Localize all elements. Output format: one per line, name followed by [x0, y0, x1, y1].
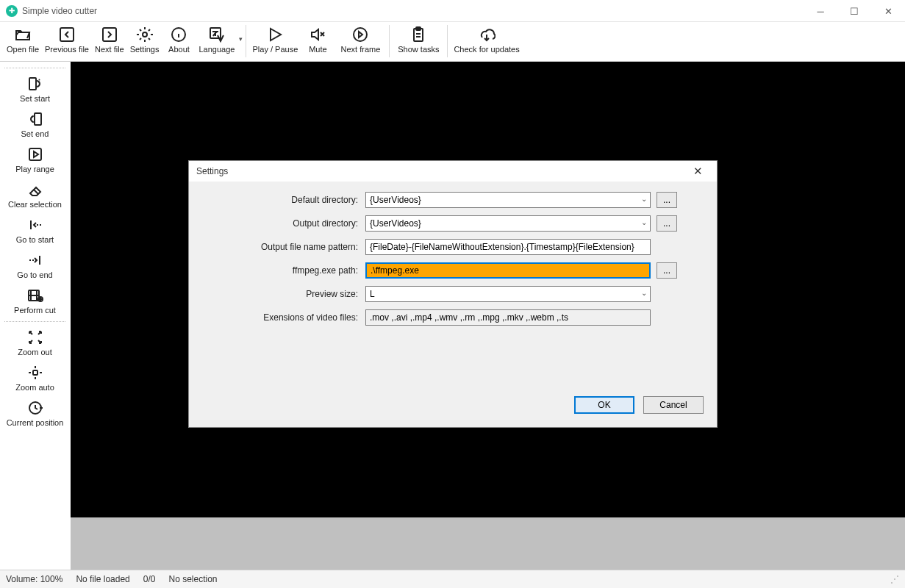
default-dir-select[interactable]: {UserVideos} ⌄	[365, 192, 651, 208]
svg-rect-0	[60, 28, 74, 41]
open-file-button[interactable]: Open file	[4, 24, 42, 54]
toolbar-separator	[389, 25, 390, 57]
svg-rect-1	[103, 28, 116, 41]
next-file-button[interactable]: Next file	[92, 24, 127, 54]
pattern-input[interactable]	[365, 239, 651, 255]
clear-selection-button[interactable]: Clear selection	[0, 177, 70, 212]
play-range-button[interactable]: Play range	[0, 142, 70, 177]
output-dir-label: Output directory:	[218, 218, 365, 229]
ok-button[interactable]: OK	[574, 396, 634, 414]
svg-point-2	[143, 32, 147, 37]
dialog-body: Default directory: {UserVideos} ⌄ ... Ou…	[189, 182, 717, 389]
mute-button[interactable]: Mute	[301, 24, 335, 54]
set-start-button[interactable]: Set start	[0, 71, 70, 107]
chevron-down-icon: ⌄	[641, 195, 647, 203]
next-frame-icon	[350, 24, 371, 45]
ffmpeg-path-input[interactable]	[365, 262, 651, 279]
download-cloud-icon	[476, 24, 497, 45]
toolbar-separator	[447, 25, 448, 57]
arrow-left-box-icon	[57, 24, 77, 45]
perform-cut-button[interactable]: Perform cut	[0, 283, 70, 318]
gear-icon	[135, 24, 155, 45]
status-counter: 0/0	[143, 574, 156, 584]
toolbar-separator	[246, 25, 246, 57]
play-pause-button[interactable]: Play / Pause	[249, 24, 301, 54]
eraser-icon	[25, 179, 46, 200]
status-file: No file loaded	[76, 574, 129, 584]
resize-grip-icon[interactable]: ⋰	[890, 574, 899, 584]
zoom-auto-icon	[25, 362, 46, 383]
play-icon	[265, 24, 285, 45]
preview-size-select[interactable]: L ⌄	[365, 286, 651, 302]
go-to-start-button[interactable]: Go to start	[0, 212, 70, 248]
extensions-input[interactable]	[365, 309, 651, 326]
svg-point-5	[354, 28, 367, 41]
svg-rect-9	[35, 113, 41, 125]
settings-button[interactable]: Settings	[127, 24, 162, 54]
set-end-button[interactable]: Set end	[0, 107, 70, 142]
check-updates-button[interactable]: Check for updates	[451, 24, 522, 54]
language-button[interactable]: Language	[196, 24, 237, 54]
preview-size-label: Preview size:	[218, 289, 365, 299]
output-dir-browse-button[interactable]: ...	[657, 215, 677, 232]
default-dir-label: Default directory:	[218, 195, 365, 205]
svg-rect-13	[33, 370, 37, 375]
sidebar: Set start Set end Play range Clear selec…	[0, 62, 71, 570]
maximize-button[interactable]: ☐	[837, 0, 871, 22]
timeline[interactable]	[71, 517, 905, 570]
info-icon	[168, 24, 189, 45]
statusbar: Volume: 100% No file loaded 0/0 No selec…	[0, 570, 905, 588]
previous-file-button[interactable]: Previous file	[42, 24, 92, 54]
svg-rect-8	[29, 78, 36, 90]
main-toolbar: Open file Previous file Next file Settin…	[0, 22, 905, 62]
chevron-down-icon[interactable]: ▾	[237, 35, 243, 43]
chevron-down-icon: ⌄	[641, 218, 647, 226]
chevron-down-icon: ⌄	[641, 289, 647, 297]
app-title: Simple video cutter	[22, 6, 97, 16]
set-end-icon	[25, 109, 46, 129]
settings-dialog: Settings ✕ Default directory: {UserVideo…	[188, 160, 718, 428]
zoom-out-button[interactable]: Zoom out	[0, 325, 70, 360]
mute-icon	[307, 24, 328, 45]
close-button[interactable]: ✕	[871, 0, 905, 22]
zoom-out-icon	[25, 327, 46, 348]
next-frame-button[interactable]: Next frame	[335, 24, 386, 54]
folder-open-icon	[12, 24, 33, 45]
clipboard-icon	[408, 24, 429, 45]
ffmpeg-browse-button[interactable]: ...	[657, 262, 677, 279]
arrow-right-box-icon	[99, 24, 120, 45]
language-icon	[207, 24, 227, 45]
status-selection: No selection	[168, 574, 217, 584]
zoom-auto-button[interactable]: Zoom auto	[0, 360, 70, 395]
about-button[interactable]: About	[162, 24, 196, 54]
status-volume: Volume: 100%	[6, 574, 62, 584]
titlebar: ✚ Simple video cutter ─ ☐ ✕	[0, 0, 905, 22]
film-cut-icon	[25, 285, 46, 306]
dialog-titlebar: Settings ✕	[189, 161, 717, 182]
app-icon: ✚	[6, 5, 18, 17]
dialog-button-row: OK Cancel	[189, 389, 717, 427]
play-range-icon	[25, 144, 46, 165]
show-tasks-button[interactable]: Show tasks	[393, 24, 444, 54]
go-end-icon	[25, 250, 46, 270]
dialog-close-button[interactable]: ✕	[686, 161, 709, 182]
cancel-button[interactable]: Cancel	[643, 396, 704, 414]
go-start-icon	[25, 215, 46, 235]
ffmpeg-label: ffmpeg.exe path:	[218, 265, 365, 276]
set-start-icon	[25, 74, 46, 94]
go-to-end-button[interactable]: Go to end	[0, 248, 70, 283]
pattern-label: Output file name pattern:	[218, 242, 365, 252]
current-position-button[interactable]: Current position	[0, 395, 70, 431]
output-dir-select[interactable]: {UserVideos} ⌄	[365, 215, 651, 232]
extensions-label: Exensions of video files:	[218, 312, 365, 323]
minimize-button[interactable]: ─	[804, 0, 837, 22]
default-dir-browse-button[interactable]: ...	[657, 192, 677, 208]
current-position-icon	[25, 398, 46, 418]
dialog-title: Settings	[196, 166, 228, 176]
